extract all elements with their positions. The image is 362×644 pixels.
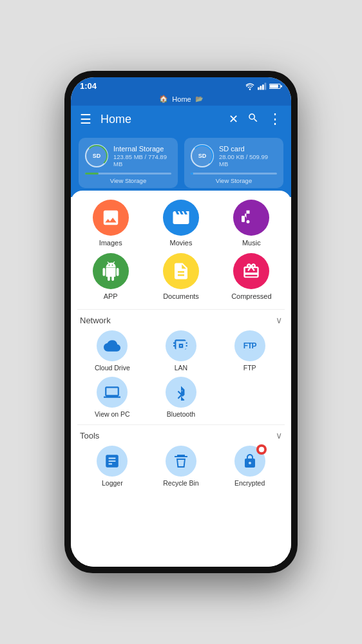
- svg-rect-5: [270, 84, 278, 88]
- images-label: Images: [99, 239, 122, 247]
- app-bar-right: ✕ ⋮: [229, 111, 282, 128]
- app-label: APP: [104, 292, 118, 300]
- movies-label: Movies: [170, 239, 193, 247]
- network-section-title: Network: [80, 316, 111, 325]
- lan-icon: [166, 330, 196, 361]
- phone-screen: 1:04 🏠 Home: [71, 77, 291, 567]
- view-on-pc-icon: [97, 377, 128, 408]
- svg-rect-2: [262, 84, 264, 90]
- tool-logger[interactable]: Logger: [80, 446, 145, 487]
- network-cloud-drive[interactable]: Cloud Drive: [80, 330, 145, 372]
- category-images[interactable]: Images: [77, 200, 144, 247]
- compressed-icon: [233, 253, 269, 289]
- status-icons: [245, 82, 282, 90]
- tools-grid: Logger Recycle Bin: [77, 446, 285, 487]
- sdcard-storage-badge: SD: [191, 144, 214, 167]
- documents-label: Documents: [163, 292, 199, 300]
- phone-frame: 1:04 🏠 Home: [64, 71, 298, 573]
- storage-section: SD Internal Storage 123.85 MB / 774.89 M…: [71, 133, 291, 197]
- sdcard-storage-info: SD card 28.00 KB / 509.99 MB: [219, 145, 277, 167]
- search-button[interactable]: [247, 112, 259, 127]
- recycle-bin-icon: [166, 446, 196, 477]
- category-compressed[interactable]: Compressed: [218, 253, 285, 300]
- sdcard-storage-size: 28.00 KB / 509.99 MB: [219, 153, 277, 167]
- app-bar: ☰ Home ✕ ⋮: [71, 106, 291, 133]
- svg-rect-6: [281, 85, 282, 87]
- svg-point-9: [261, 451, 262, 452]
- images-icon: [93, 200, 129, 236]
- sdcard-view-storage[interactable]: View Storage: [191, 177, 277, 184]
- svg-rect-3: [265, 82, 267, 90]
- tool-recycle-bin[interactable]: Recycle Bin: [149, 446, 214, 487]
- network-grid: Cloud Drive LAN FTP FTP: [77, 330, 285, 418]
- internal-progress-bg: [85, 173, 171, 175]
- sdcard-storage-card[interactable]: SD SD card 28.00 KB / 509.99 MB View Sto…: [184, 138, 283, 188]
- recycle-bin-label: Recycle Bin: [163, 479, 198, 487]
- compressed-label: Compressed: [231, 292, 271, 300]
- app-bar-title: Home: [100, 113, 131, 126]
- network-view-on-pc[interactable]: View on PC: [80, 377, 145, 418]
- category-movies[interactable]: Movies: [148, 200, 214, 247]
- music-label: Music: [242, 239, 261, 247]
- encrypted-badge: [256, 444, 267, 455]
- network-section-header[interactable]: Network ∨: [77, 309, 285, 330]
- lan-label: LAN: [175, 364, 187, 372]
- sdcard-progress-fill: [191, 173, 193, 175]
- more-button[interactable]: ⋮: [268, 111, 282, 128]
- wifi-icon: [245, 82, 255, 90]
- internal-storage-size: 123.85 MB / 774.89 MB: [113, 153, 171, 167]
- network-lan[interactable]: LAN: [149, 330, 214, 372]
- internal-storage-name: Internal Storage: [113, 145, 171, 153]
- svg-rect-0: [258, 87, 260, 90]
- ftp-label: FTP: [243, 364, 256, 372]
- category-app[interactable]: APP: [77, 253, 144, 300]
- ftp-icon: FTP: [234, 330, 265, 361]
- breadcrumb-home-label[interactable]: Home: [172, 95, 191, 103]
- bluetooth-icon: [166, 377, 196, 408]
- encrypted-icon: [234, 446, 265, 477]
- menu-button[interactable]: ☰: [80, 111, 91, 127]
- view-on-pc-label: View on PC: [95, 410, 130, 418]
- app-bar-left: ☰ Home: [80, 111, 131, 127]
- encrypted-label: Encrypted: [234, 479, 265, 487]
- internal-storage-card[interactable]: SD Internal Storage 123.85 MB / 774.89 M…: [79, 138, 178, 188]
- sdcard-progress-bg: [191, 173, 277, 175]
- tools-section-header[interactable]: Tools ∨: [77, 424, 285, 446]
- internal-progress-fill: [85, 173, 99, 175]
- battery-icon: [269, 82, 282, 90]
- network-ftp[interactable]: FTP FTP: [217, 330, 282, 372]
- category-grid: Images Movies Mu: [77, 200, 285, 300]
- logger-label: Logger: [102, 479, 123, 487]
- home-icon: 🏠: [159, 95, 168, 103]
- tools-chevron-icon: ∨: [276, 430, 282, 440]
- music-icon: [233, 200, 269, 236]
- network-chevron-icon: ∨: [276, 315, 282, 325]
- svg-rect-1: [260, 86, 262, 90]
- category-documents[interactable]: Documents: [148, 253, 214, 300]
- internal-storage-badge: SD: [85, 144, 108, 167]
- signal-icon: [258, 82, 267, 90]
- network-bluetooth[interactable]: Bluetooth: [149, 377, 214, 418]
- movies-icon: [163, 200, 199, 236]
- cloud-drive-label: Cloud Drive: [95, 364, 130, 372]
- close-button[interactable]: ✕: [229, 112, 238, 126]
- breadcrumb: 🏠 Home 📂: [71, 93, 291, 106]
- internal-view-storage[interactable]: View Storage: [85, 177, 171, 184]
- documents-icon: [163, 253, 199, 289]
- category-music[interactable]: Music: [218, 200, 285, 247]
- app-icon: [93, 253, 129, 289]
- tool-encrypted[interactable]: Encrypted: [217, 446, 282, 487]
- tools-section-title: Tools: [80, 431, 99, 440]
- sdcard-storage-name: SD card: [219, 145, 277, 153]
- status-time: 1:04: [80, 81, 97, 91]
- internal-storage-info: Internal Storage 123.85 MB / 774.89 MB: [113, 145, 171, 167]
- bluetooth-label: Bluetooth: [167, 410, 195, 418]
- main-content: Images Movies Mu: [71, 191, 291, 567]
- logger-icon: [97, 446, 128, 477]
- breadcrumb-separator: 📂: [195, 95, 203, 102]
- cloud-drive-icon: [97, 330, 128, 361]
- status-bar: 1:04: [71, 77, 291, 93]
